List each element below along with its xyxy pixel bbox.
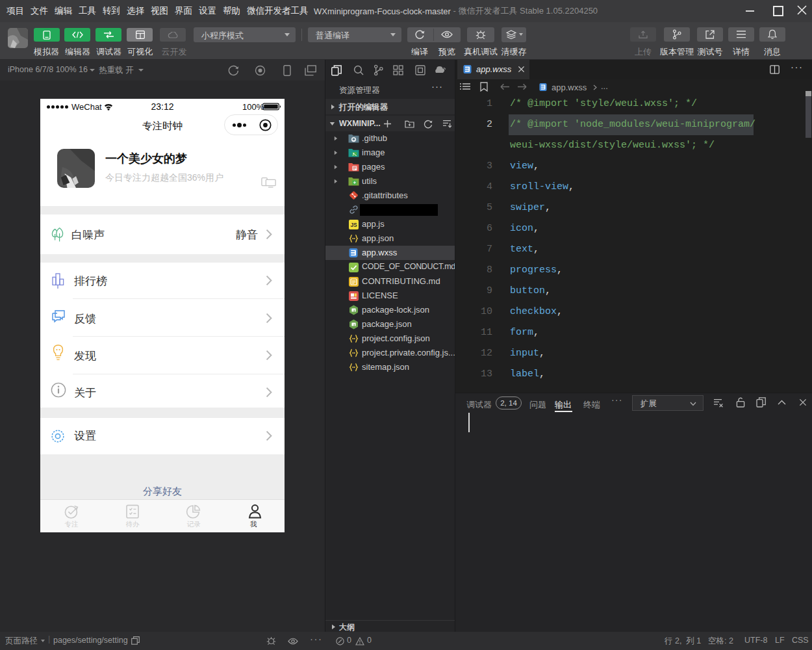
- svg-text:JS: JS: [350, 222, 357, 228]
